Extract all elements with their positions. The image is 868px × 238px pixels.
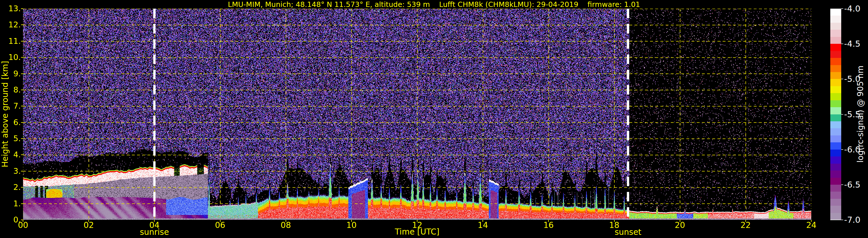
x-tick-mark	[483, 220, 483, 222]
colorbar-tick-mark	[841, 8, 843, 9]
colorbar-band	[830, 142, 841, 149]
colorbar-band	[830, 100, 841, 107]
colorbar-band	[830, 163, 841, 171]
y-tick-label: 13.	[0, 4, 21, 13]
colorbar-baseline	[830, 219, 841, 220]
colorbar-band	[830, 185, 841, 191]
y-tick-label: 6.	[0, 118, 21, 127]
x-tick-mark	[680, 220, 680, 222]
colorbar-band	[830, 72, 841, 79]
y-tick-label: 7.	[0, 102, 21, 110]
colorbar-band	[830, 86, 841, 93]
y-tick-label: 11.	[0, 37, 21, 46]
colorbar-band	[830, 9, 841, 16]
colorbar-band	[830, 150, 841, 156]
x-tick-mark	[417, 220, 417, 222]
y-tick-mark	[21, 41, 23, 41]
colorbar-tick-label: -5.0	[844, 74, 868, 84]
colorbar-tick-label: -6.0	[844, 145, 868, 154]
y-tick-label: 2.	[0, 183, 21, 191]
colorbar-band	[830, 128, 841, 135]
y-tick-mark	[21, 73, 23, 74]
x-tick-mark	[154, 220, 155, 222]
colorbar-band	[830, 51, 841, 58]
y-tick-mark	[21, 122, 23, 123]
y-tick-label: 4.	[0, 150, 21, 159]
colorbar-band	[830, 107, 841, 114]
y-tick-label: 10.	[0, 53, 21, 62]
colorbar-band	[830, 171, 841, 178]
colorbar-band	[830, 65, 841, 72]
colorbar-band	[830, 114, 841, 121]
colorbar-band	[830, 93, 841, 100]
y-tick-mark	[21, 203, 23, 204]
colorbar-tick-mark	[841, 43, 843, 44]
colorbar-band	[830, 23, 841, 30]
y-tick-label: 12.	[0, 21, 21, 29]
y-tick-mark	[21, 106, 23, 106]
y-tick-mark	[21, 138, 23, 139]
ceilometer-quicklook-figure: LMU-MIM, Munich; 48.148° N 11.573° E, al…	[0, 0, 868, 238]
x-tick-mark	[286, 220, 286, 222]
x-tick-mark	[351, 220, 352, 222]
x-tick-mark	[220, 220, 220, 222]
y-tick-label: 9.	[0, 69, 21, 78]
y-tick-mark	[21, 154, 23, 155]
colorbar-band	[830, 58, 841, 65]
colorbar-band	[830, 206, 841, 213]
annotation-sunset: sunset	[602, 227, 654, 237]
annotation-sunrise: sunrise	[128, 227, 180, 237]
colorbar	[830, 9, 841, 220]
chart-title: LMU-MIM, Munich; 48.148° N 11.573° E, al…	[0, 0, 868, 9]
y-tick-label: 3.	[0, 167, 21, 176]
y-tick-mark	[21, 187, 23, 187]
x-tick-mark	[88, 220, 89, 222]
colorbar-band	[830, 16, 841, 23]
colorbar-band	[830, 79, 841, 86]
x-tick-mark	[745, 220, 746, 222]
colorbar-band	[830, 30, 841, 37]
colorbar-band	[830, 213, 841, 220]
x-tick-mark	[548, 220, 549, 222]
colorbar-tick-label: -5.5	[844, 110, 868, 119]
y-tick-mark	[21, 8, 23, 9]
colorbar-tick-mark	[841, 79, 843, 79]
colorbar-band	[830, 44, 841, 51]
y-tick-label: 1.	[0, 199, 21, 208]
x-tick-mark	[23, 220, 23, 222]
y-tick-label: 8.	[0, 86, 21, 94]
colorbar-band	[830, 199, 841, 206]
colorbar-band	[830, 121, 841, 128]
heatmap-canvas	[23, 9, 811, 220]
colorbar-tick-label: -6.5	[844, 180, 868, 189]
y-tick-mark	[21, 90, 23, 90]
colorbar-tick-mark	[841, 219, 843, 220]
colorbar-tick-label: -4.5	[844, 39, 868, 49]
x-tick-mark	[811, 220, 812, 222]
y-tick-mark	[21, 57, 23, 58]
colorbar-tick-mark	[841, 149, 843, 150]
colorbar-tick-mark	[841, 184, 843, 185]
colorbar-band	[830, 156, 841, 163]
colorbar-tick-label: -7.0	[844, 215, 868, 225]
colorbar-band	[830, 136, 841, 142]
x-tick-mark	[614, 220, 615, 222]
colorbar-band	[830, 191, 841, 199]
colorbar-tick-label: -4.0	[844, 4, 868, 13]
y-tick-mark	[21, 171, 23, 172]
colorbar-band	[830, 37, 841, 44]
y-tick-label: 5.	[0, 134, 21, 143]
colorbar-band	[830, 178, 841, 185]
colorbar-tick-mark	[841, 114, 843, 115]
y-tick-mark	[21, 25, 23, 25]
